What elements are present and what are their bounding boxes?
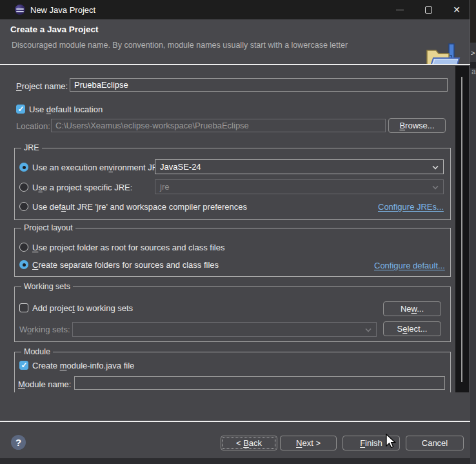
minimize-icon — [396, 10, 404, 10]
wizard-content: Project name: Use default location Locat… — [0, 65, 470, 421]
jre-execution-environment-label: Use an execution environment JRE: — [32, 163, 166, 172]
create-module-info-checkbox[interactable] — [19, 361, 28, 370]
vertical-scrollbar[interactable] — [455, 66, 469, 392]
close-icon: ✕ — [453, 5, 461, 14]
project-specific-jre-value: jre — [160, 182, 169, 192]
jre-project-specific-radio[interactable] — [19, 183, 28, 192]
background-app-sliver: > a — [470, 0, 476, 464]
new-java-project-dialog: New Java Project ✕ Create a Java Project… — [0, 0, 470, 458]
eclipse-logo-icon — [15, 5, 25, 15]
layout-project-root-radio[interactable] — [19, 243, 28, 252]
chevron-down-icon — [432, 163, 438, 169]
new-working-set-button[interactable]: New... — [383, 301, 441, 316]
cancel-button[interactable]: Cancel — [406, 436, 464, 450]
layout-separate-folders-label: Create separate folders for sources and … — [32, 260, 219, 270]
jre-execution-environment-radio[interactable] — [19, 163, 28, 172]
background-bottom-strip — [0, 458, 470, 464]
background-text-fragment: a — [471, 67, 476, 76]
project-layout-legend: Project layout — [21, 223, 75, 232]
layout-separate-folders-radio[interactable] — [19, 260, 28, 269]
location-label: Location: — [16, 121, 50, 131]
question-mark-icon: ? — [15, 437, 21, 448]
background-app-titlebar — [470, 0, 476, 43]
execution-environment-value: JavaSE-24 — [160, 162, 201, 172]
close-button[interactable]: ✕ — [442, 0, 471, 19]
location-input — [51, 119, 386, 132]
screen: > a New Java Project ✕ Create a Java Pro… — [0, 0, 476, 464]
wizard-message: Discouraged module name. By convention, … — [12, 41, 348, 50]
jre-group-legend: JRE — [21, 143, 42, 152]
project-name-label: Project name: — [16, 81, 68, 91]
maximize-icon — [425, 6, 432, 14]
scrollbar-thumb[interactable] — [461, 77, 462, 382]
wizard-banner: Create a Java Project Discouraged module… — [0, 19, 470, 65]
title-bar[interactable]: New Java Project ✕ — [0, 0, 470, 19]
background-chevron-icon: > — [471, 49, 475, 57]
minimize-button[interactable] — [386, 0, 414, 19]
add-to-working-sets-label: Add project to working sets — [32, 303, 133, 313]
module-legend: Module — [21, 347, 53, 356]
select-working-sets-button[interactable]: Select... — [383, 321, 441, 336]
project-name-input[interactable] — [70, 78, 448, 92]
module-name-label: Module name: — [18, 379, 71, 389]
chevron-down-icon — [365, 326, 371, 332]
scroll-viewport: Project name: Use default location Locat… — [0, 65, 470, 392]
button-bar: ? < Back Next > Finish Cancel — [0, 422, 470, 458]
next-button[interactable]: Next > — [280, 436, 337, 450]
finish-button[interactable]: Finish — [342, 436, 400, 450]
jre-project-specific-label: Use a project specific JRE: — [32, 183, 132, 192]
layout-project-root-label: Use project folder as root for sources a… — [32, 243, 224, 252]
working-sets-combo — [72, 322, 377, 337]
help-button[interactable]: ? — [11, 435, 26, 450]
create-module-info-label: Create module-info.java file — [32, 361, 134, 370]
chevron-down-icon — [432, 183, 438, 189]
execution-environment-combo[interactable]: JavaSE-24 — [155, 159, 444, 174]
working-sets-legend: Working sets — [21, 282, 73, 291]
browse-button[interactable]: Browse... — [388, 118, 446, 133]
jre-default-label: Use default JRE 'jre' and workspace comp… — [32, 202, 247, 212]
back-button[interactable]: < Back — [221, 436, 277, 450]
jre-default-radio[interactable] — [19, 202, 28, 211]
project-specific-jre-combo: jre — [155, 179, 444, 194]
module-name-input[interactable] — [74, 376, 445, 390]
use-default-location-label: Use default location — [29, 105, 103, 114]
wizard-title: Create a Java Project — [10, 25, 99, 34]
configure-default-link[interactable]: Configure default... — [374, 261, 445, 270]
window-title: New Java Project — [30, 5, 95, 15]
working-sets-combo-label: Working sets: — [19, 325, 70, 334]
use-default-location-checkbox[interactable] — [16, 105, 25, 114]
add-to-working-sets-checkbox[interactable] — [19, 303, 28, 312]
maximize-button[interactable] — [414, 0, 442, 19]
configure-jres-link[interactable]: Configure JREs... — [378, 202, 444, 212]
